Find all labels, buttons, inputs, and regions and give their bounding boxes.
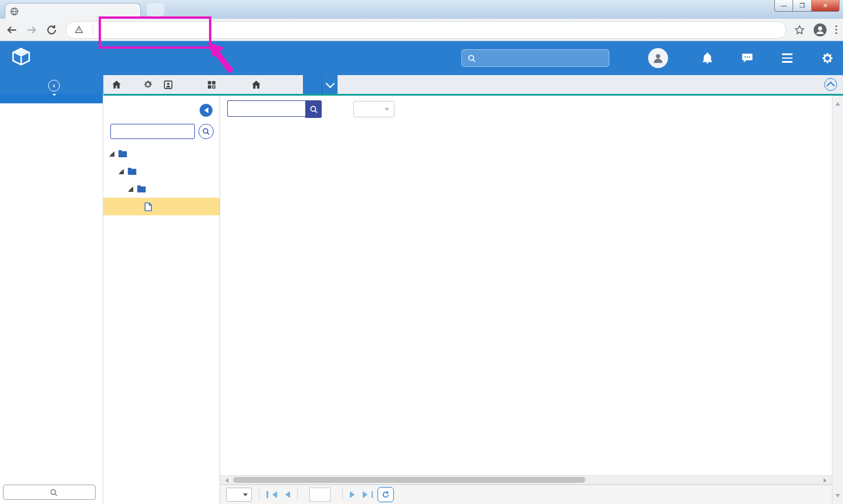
back-icon[interactable]: [6, 24, 18, 36]
caret-down-icon: [385, 108, 389, 113]
sidebar: [0, 94, 103, 504]
close-button[interactable]: ✕: [812, 0, 839, 12]
tree-search-button[interactable]: [198, 124, 214, 139]
main-content: [220, 96, 843, 504]
tab-dropdown-button[interactable]: [322, 75, 338, 94]
gear-icon: [143, 80, 153, 89]
last-page-button[interactable]: [363, 491, 373, 498]
scrollbar-thumb[interactable]: [233, 477, 585, 483]
apps-grid-icon: [207, 80, 217, 90]
prev-page-button[interactable]: [282, 491, 290, 498]
file-icon: [144, 202, 152, 211]
not-secure-warning-icon: [75, 25, 83, 34]
menu-search-input[interactable]: [3, 485, 96, 500]
keyword-search-button[interactable]: [305, 100, 322, 118]
chevron-down-icon: [49, 94, 59, 96]
scroll-right-icon[interactable]: [824, 478, 829, 483]
reload-icon[interactable]: [46, 24, 58, 36]
annotation-highlight-rect: [99, 16, 211, 49]
globe-favicon-icon: [10, 7, 19, 16]
user-block[interactable]: [648, 48, 674, 68]
home-icon: [112, 80, 122, 90]
page-number-input[interactable]: [309, 488, 331, 502]
sidebar-item-overseas-transport[interactable]: [0, 94, 103, 103]
chevron-left-circle-icon: ‹: [48, 80, 60, 92]
search-icon: [467, 54, 476, 63]
app-logo: [9, 46, 39, 70]
pagination-bar: [220, 485, 832, 504]
scroll-left-icon[interactable]: [223, 478, 228, 483]
tree-node-all-projects[interactable]: [103, 145, 220, 163]
tree-search-input[interactable]: [110, 124, 195, 139]
horizontal-scrollbar[interactable]: [220, 475, 832, 485]
caret-down-icon: [243, 493, 248, 499]
active-tab-packing-list[interactable]: [303, 75, 322, 94]
restore-button[interactable]: ❐: [793, 0, 812, 12]
settings-gear-icon[interactable]: [821, 52, 834, 65]
next-page-button[interactable]: [350, 491, 358, 498]
nav-item-my-workshop[interactable]: [251, 80, 265, 90]
nav-item-admin-portal[interactable]: [163, 80, 177, 90]
grid-toolbar: [227, 100, 828, 118]
scroll-up-icon[interactable]: [835, 100, 840, 106]
panel-collapse-button[interactable]: [200, 104, 213, 117]
switch-custom-menu-button[interactable]: ‹: [0, 75, 103, 96]
sidebar-submenu: [0, 103, 103, 104]
page-size-select[interactable]: [226, 488, 252, 502]
search-icon: [49, 488, 90, 497]
user-avatar[interactable]: [648, 48, 668, 68]
workshop-home-icon: [251, 80, 261, 90]
tree-node-002[interactable]: [103, 163, 220, 180]
vertical-scrollbar[interactable]: [832, 96, 843, 504]
browser-menu-icon[interactable]: [835, 25, 837, 34]
tree-node-307-project[interactable]: [103, 180, 220, 198]
folder-icon: [137, 185, 146, 193]
global-search-input[interactable]: [461, 49, 609, 67]
arrow-left-icon: [201, 107, 208, 113]
annotation-arrow: [207, 41, 237, 75]
forward-icon[interactable]: [26, 24, 38, 36]
project-contract-panel: [103, 96, 220, 504]
chevron-up-icon: [827, 82, 835, 90]
portrait-icon: [163, 80, 173, 90]
nav-item-functions-apps[interactable]: [207, 80, 221, 90]
folder-icon: [118, 150, 127, 158]
tree-expander-icon[interactable]: [109, 151, 114, 157]
bookmark-star-icon[interactable]: [794, 25, 805, 35]
window-controls: — ❐ ✕: [774, 0, 839, 12]
hamburger-menu-icon[interactable]: [781, 52, 794, 65]
chevron-down-icon: [325, 79, 335, 88]
keyword-search-input[interactable]: [227, 100, 305, 117]
tree-expander-icon[interactable]: [128, 187, 133, 192]
browser-profile-icon[interactable]: [813, 23, 827, 37]
cube-logo-icon: [9, 46, 33, 70]
notifications-bell-icon[interactable]: [701, 52, 714, 65]
nav-bar: ‹: [0, 75, 843, 96]
new-tab-button[interactable]: [147, 4, 164, 16]
collapse-toolbar-button[interactable]: [824, 78, 837, 91]
first-page-button[interactable]: [267, 491, 277, 498]
scroll-down-icon[interactable]: [835, 494, 840, 500]
address-separator: [93, 25, 93, 35]
tree-node-307-contract-selected[interactable]: [103, 198, 220, 215]
tree-expander-icon[interactable]: [119, 169, 124, 174]
folder-icon: [127, 167, 137, 175]
refresh-button[interactable]: [377, 487, 394, 502]
nav-items-bar: [103, 75, 843, 96]
nav-item-home[interactable]: [112, 80, 126, 90]
nav-gear-button[interactable]: [143, 80, 153, 89]
messages-chat-icon[interactable]: [741, 52, 754, 65]
minimize-button[interactable]: —: [774, 0, 793, 12]
status-select[interactable]: [353, 101, 394, 117]
